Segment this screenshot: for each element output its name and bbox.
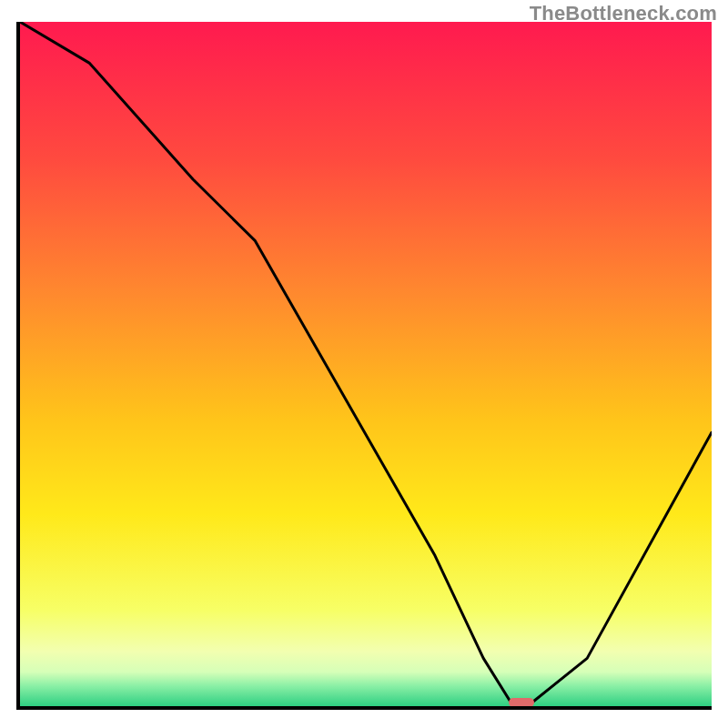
plot-area (16, 22, 712, 710)
gradient-background (20, 22, 712, 706)
svg-rect-0 (20, 22, 712, 706)
optimal-marker (509, 698, 534, 707)
chart-container: TheBottleneck.com (0, 0, 728, 728)
